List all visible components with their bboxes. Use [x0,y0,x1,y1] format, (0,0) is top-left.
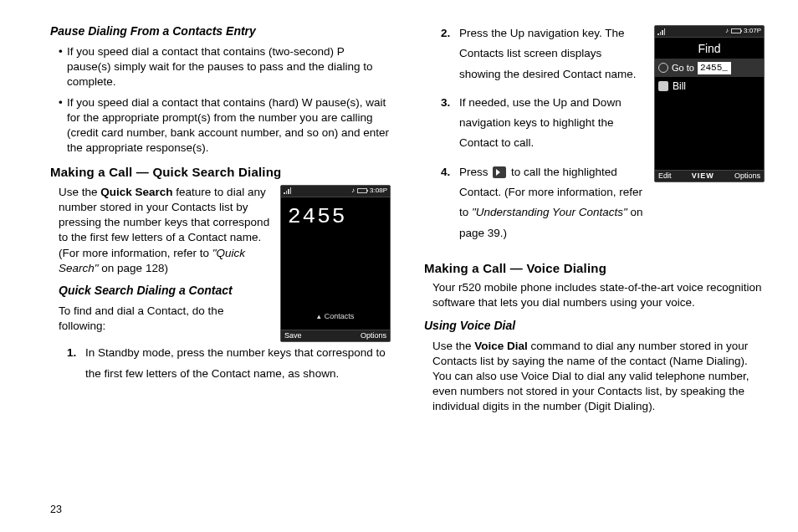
heading-quick-search-dialing: Making a Call — Quick Search Dialing [50,164,391,181]
contact-name: Bill [673,79,686,93]
heading-pause-dialing: Pause Dialing From a Contacts Entry [50,23,391,39]
contacts-label: Contacts [325,311,355,321]
heading-using-voice-dial: Using Voice Dial [424,318,765,334]
goto-row: Go to 2455_ [655,59,764,77]
text-bold: Quick Search [100,186,172,198]
text-run: Press [459,166,491,178]
step-item: 4. Press to call the highlighted Contact… [444,162,646,243]
voice-paragraph: Your r520 mobile phone includes state-of… [424,280,765,310]
call-key-icon [493,166,506,178]
qsd-intro: To find and dial a Contact, do the follo… [59,304,272,334]
qsd-steps-continued: 2.Press the Up navigation key. The Conta… [424,23,646,243]
contact-row: Bill [655,77,764,95]
step-text: If needed, use the Up and Down navigatio… [459,96,622,150]
phone-statusbar: ♪ 3:08P [281,186,390,197]
softkey-center: VIEW [692,171,714,181]
text-run: Use the [432,340,474,352]
left-column: Pause Dialing From a Contacts Entry If y… [50,23,394,492]
text-bold: Voice Dial [474,340,528,352]
softkey-left: Save [284,330,302,340]
phone-screenshot-dialer: ♪ 3:08P 2455 ▴ Contacts Save Options [280,185,391,342]
step-item: 1.In Standby mode, press the number keys… [70,342,391,385]
phone-screenshot-find: ♪ 3:07P Find Go to 2455_ Bill [654,25,765,182]
note-icon: ♪ [725,27,729,36]
goto-label: Go to [672,62,694,74]
voice-dial-paragraph: Use the Voice Dial command to dial any n… [424,339,765,415]
softkey-left: Edit [658,171,672,181]
battery-icon [357,188,367,193]
pause-bullets: If you speed dial a contact that contain… [50,44,391,156]
find-header: Find [655,38,764,59]
note-icon: ♪ [351,187,355,196]
step-text: Press to call the highlighted Contact. (… [459,166,643,239]
globe-icon [658,63,668,73]
heading-qsd-contact: Quick Search Dialing a Contact [59,283,272,299]
page-number: 23 [50,504,62,515]
text-run: Use the [59,186,100,198]
step-text: In Standby mode, press the number keys t… [85,346,386,381]
phone-statusbar: ♪ 3:07P [655,26,764,38]
phone-time: 3:08P [370,187,387,196]
signal-icon [657,28,665,35]
qsd-steps: 1.In Standby mode, press the number keys… [50,342,391,385]
right-column: ♪ 3:07P Find Go to 2455_ Bill [421,23,765,492]
phone-entry-digits: 2455 [281,197,390,237]
battery-icon [731,28,741,33]
phone-contacts-pill: ▴ Contacts [317,311,355,321]
bullet-item: If you speed dial a contact that contain… [59,44,391,90]
phone-time: 3:07P [744,27,761,36]
text-run: on page 128) [99,262,168,274]
bullet-item: If you speed dial a contact that contain… [59,95,391,156]
text-italic: "Understanding Your Contacts" [472,206,627,218]
step-item: 2.Press the Up navigation key. The Conta… [444,23,646,84]
signal-icon [284,187,291,194]
contact-card-icon [658,81,668,91]
softkey-right: Options [734,171,760,181]
step-text: Press the Up navigation key. The Contact… [459,27,637,80]
goto-input: 2455_ [698,62,731,74]
up-arrow-icon: ▴ [317,311,321,321]
qsd-paragraph: Use the Quick Search feature to dial any… [59,185,272,276]
softkey-right: Options [361,330,386,340]
step-item: 3.If needed, use the Up and Down navigat… [444,93,646,154]
heading-voice-dialing: Making a Call — Voice Dialing [424,260,765,277]
